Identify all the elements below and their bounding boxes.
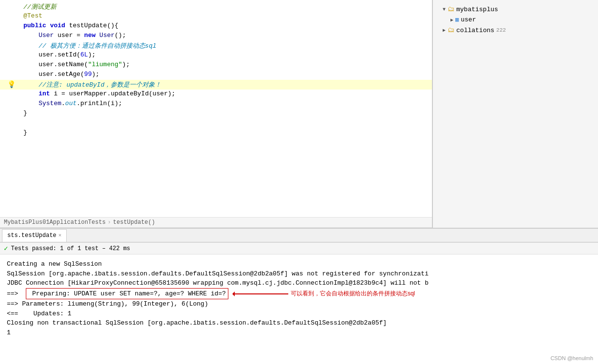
- comment-1: //测试更新: [23, 3, 56, 11]
- line-content-5: // 极其方便：通过条件自动拼接动态sql: [19, 41, 432, 50]
- kw-public: public: [23, 22, 46, 29]
- class-system: System: [38, 100, 61, 107]
- code-line-10: int i = userMapper.updateById(user);: [0, 90, 432, 99]
- code-line-12: }: [0, 109, 432, 119]
- line-content-12: }: [19, 109, 432, 117]
- code-line-13: [0, 119, 432, 128]
- code-line-9: 💡 //注意: updateById，参数是一个对象！: [0, 80, 432, 90]
- console-line-6: <== Updates: 1: [7, 309, 591, 319]
- breadcrumb-part1: MybatisPlus01ApplicationTests: [4, 219, 106, 226]
- line-content-7: user.setName("liumeng");: [19, 61, 432, 68]
- code-line-1: //测试更新: [0, 2, 432, 12]
- code-line-11: System.out.println(i);: [0, 99, 432, 109]
- method-name: testUpdate: [69, 22, 107, 29]
- console-line-3: JDBC Connection [HikariProxyConnection@6…: [7, 278, 591, 288]
- tree-item-collations[interactable]: ▶ 🗂 collations 222: [433, 25, 598, 36]
- line-content-10: int i = userMapper.updateById(user);: [19, 90, 432, 97]
- code-line-14: }: [0, 128, 432, 138]
- console-line-7: Closing non transactional SqlSession [or…: [7, 318, 591, 328]
- num-99: 99: [84, 71, 92, 78]
- arrow-collations: ▶: [443, 27, 446, 33]
- console-annotation: 可以看到，它会自动根据给出的条件拼接动态sql: [291, 289, 415, 298]
- console-line-1: Creating a new SqlSession: [7, 259, 591, 269]
- watermark: CSDN @henulmh: [550, 355, 593, 361]
- console-line-8: 1: [7, 328, 591, 338]
- arrow-svg: [232, 287, 291, 301]
- arrow-mybatisplus: ▼: [443, 7, 446, 12]
- str-liumeng: "liumeng": [88, 61, 122, 68]
- class-user2: User: [99, 32, 114, 39]
- tab-bar: sts.testUpdate ×: [0, 229, 598, 242]
- field-out: out: [65, 100, 76, 107]
- tab-item-testupdate[interactable]: sts.testUpdate ×: [2, 229, 67, 242]
- line-content-1: //测试更新: [19, 2, 432, 11]
- status-check-icon: ✓: [4, 244, 8, 253]
- status-bar: ✓ Tests passed: 1 of 1 test – 422 ms: [0, 242, 598, 255]
- console-line-5: ==> Parameters: liumeng(String), 99(Inte…: [7, 299, 591, 309]
- line-content-2: @Test: [19, 12, 432, 19]
- line-content-9: //注意: updateById，参数是一个对象！: [19, 80, 432, 89]
- tree-item-user[interactable]: ▶ ▦ user: [433, 15, 598, 25]
- line-content-3: public void testUpdate(){: [19, 22, 432, 29]
- comment-convenient: // 极其方便：通过条件自动拼接动态sql: [38, 42, 156, 50]
- console-area: Creating a new SqlSession SqlSession [or…: [0, 255, 598, 364]
- code-area: //测试更新 @Test public void testUpdate(){ U…: [0, 0, 432, 228]
- console-arrow-prefix: ==>: [7, 289, 22, 299]
- kw-int: int: [38, 90, 50, 97]
- tab-close-button[interactable]: ×: [58, 233, 62, 238]
- bottom-section: sts.testUpdate × ✓ Tests passed: 1 of 1 …: [0, 228, 598, 364]
- console-line-4: ==> Preparing: UPDATE user SET name=?, a…: [7, 288, 591, 300]
- code-line-4: User user = new User();: [0, 31, 432, 41]
- folder-icon-mybatisplus: 🗂: [448, 5, 454, 13]
- code-line-3: public void testUpdate(){: [0, 21, 432, 31]
- kw-void: void: [50, 22, 65, 29]
- line-content-14: }: [19, 129, 432, 136]
- svg-marker-1: [232, 291, 235, 296]
- code-line-8: user.setAge(99);: [0, 70, 432, 80]
- folder-icon-collations: 🗂: [448, 26, 454, 34]
- line-content-4: User user = new User();: [19, 32, 432, 39]
- breadcrumb-sep: ›: [108, 219, 111, 226]
- console-sql-highlight: Preparing: UPDATE user SET name=?, age=?…: [26, 288, 228, 300]
- line-content-11: System.out.println(i);: [19, 100, 432, 107]
- line-gutter-9: 💡: [0, 80, 19, 89]
- code-line-7: user.setName("liumeng");: [0, 60, 432, 70]
- line-content-6: user.setId(6L);: [19, 51, 432, 58]
- breadcrumb-part2: testUpdate(): [113, 219, 155, 226]
- annotation-test: @Test: [23, 12, 42, 19]
- right-panel: ▼ 🗂 mybatisplus ▶ ▦ user ▶ 🗂 collations …: [432, 0, 598, 228]
- main-container: //测试更新 @Test public void testUpdate(){ U…: [0, 0, 598, 228]
- label-user: user: [461, 16, 476, 23]
- line-content-8: user.setAge(99);: [19, 71, 432, 78]
- class-user: User: [38, 32, 54, 39]
- code-line-6: user.setId(6L);: [0, 51, 432, 60]
- count-collations: 222: [496, 27, 506, 33]
- tab-label: sts.testUpdate: [7, 232, 56, 239]
- annotation-container: 可以看到，它会自动根据给出的条件拼接动态sql: [291, 289, 415, 298]
- tree-item-mybatisplus[interactable]: ▼ 🗂 mybatisplus: [433, 4, 598, 15]
- kw-new: new: [84, 32, 95, 39]
- num-6l: 6L: [80, 51, 88, 58]
- console-line-2: SqlSession [org.apache.ibatis.session.de…: [7, 269, 591, 279]
- comment-note: //注意: updateById，参数是一个对象！: [38, 81, 161, 89]
- warning-icon: 💡: [7, 80, 16, 89]
- label-mybatisplus: mybatisplus: [456, 6, 498, 13]
- plain-1: (){: [107, 22, 118, 29]
- code-line-2: @Test: [0, 12, 432, 21]
- breadcrumb: MybatisPlus01ApplicationTests › testUpda…: [0, 217, 432, 228]
- table-icon-user: ▦: [455, 16, 459, 23]
- label-collations: collations: [456, 27, 494, 34]
- db-tree: ▼ 🗂 mybatisplus ▶ ▦ user ▶ 🗂 collations …: [433, 0, 598, 39]
- code-line-5: // 极其方便：通过条件自动拼接动态sql: [0, 41, 432, 51]
- status-text: Tests passed: 1 of 1 test – 422 ms: [11, 245, 130, 252]
- arrow-user: ▶: [450, 17, 453, 23]
- code-content: //测试更新 @Test public void testUpdate(){ U…: [0, 0, 432, 217]
